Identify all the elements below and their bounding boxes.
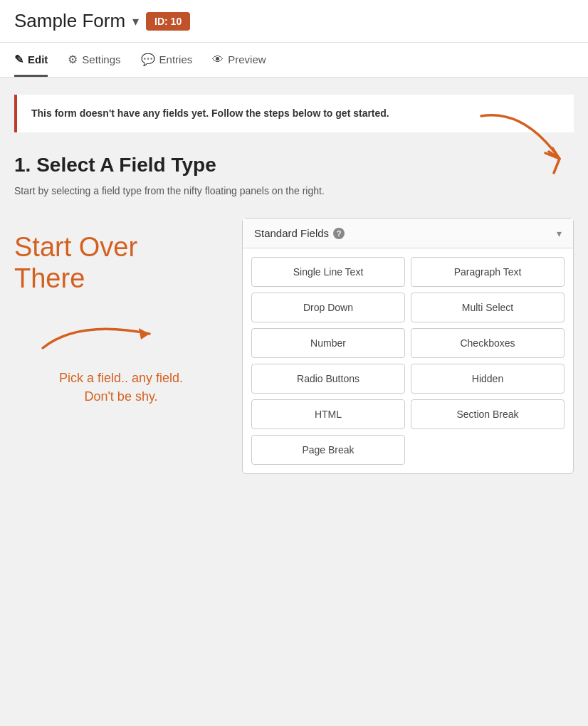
handwritten-section: Start OverThere Pick a field.. any field… bbox=[14, 218, 228, 406]
field-btn-number[interactable]: Number bbox=[251, 328, 405, 358]
field-btn-drop-down[interactable]: Drop Down bbox=[251, 293, 405, 322]
tab-edit-label: Edit bbox=[28, 53, 48, 65]
field-btn-html[interactable]: HTML bbox=[251, 399, 405, 429]
page-title: Sample Form bbox=[14, 10, 125, 32]
field-btn-checkboxes[interactable]: Checkboxes bbox=[411, 328, 565, 358]
handwritten-small-text: Pick a field.. any field.Don't be shy. bbox=[14, 369, 228, 405]
handwritten-big-text: Start OverThere bbox=[14, 232, 228, 294]
field-btn-paragraph-text[interactable]: Paragraph Text bbox=[411, 257, 565, 287]
alert-wrapper: This form doesn't have any fields yet. F… bbox=[14, 95, 574, 132]
field-btn-section-break[interactable]: Section Break bbox=[411, 399, 565, 429]
svg-marker-0 bbox=[139, 328, 149, 340]
settings-icon: ⚙ bbox=[68, 53, 78, 66]
entries-icon: 💬 bbox=[141, 53, 155, 66]
tab-settings[interactable]: ⚙ Settings bbox=[68, 43, 120, 77]
tab-preview-label: Preview bbox=[228, 53, 266, 65]
alert-text: This form doesn't have any fields yet. F… bbox=[31, 107, 389, 119]
start-over-arrow-icon bbox=[36, 305, 178, 362]
tab-edit[interactable]: ✎ Edit bbox=[14, 43, 48, 77]
field-btn-multi-select[interactable]: Multi Select bbox=[411, 293, 565, 322]
edit-icon: ✎ bbox=[14, 53, 23, 66]
preview-icon: 👁 bbox=[212, 53, 224, 66]
fields-grid: Single Line Text Paragraph Text Drop Dow… bbox=[243, 248, 573, 473]
tab-entries[interactable]: 💬 Entries bbox=[141, 43, 193, 77]
fields-panel-header: Standard Fields ? ▾ bbox=[243, 219, 573, 248]
fields-panel-title-text: Standard Fields bbox=[254, 227, 329, 239]
tab-settings-label: Settings bbox=[82, 53, 120, 65]
field-picker-area: Start OverThere Pick a field.. any field… bbox=[14, 218, 574, 474]
field-btn-hidden[interactable]: Hidden bbox=[411, 364, 565, 394]
fields-panel-title: Standard Fields ? bbox=[254, 227, 345, 239]
panel-chevron-icon[interactable]: ▾ bbox=[557, 228, 562, 239]
section-heading: 1. Select A Field Type bbox=[14, 154, 574, 177]
header: Sample Form ▾ ID: 10 bbox=[0, 0, 588, 43]
tab-entries-label: Entries bbox=[159, 53, 193, 65]
fields-panel: Standard Fields ? ▾ Single Line Text Par… bbox=[242, 218, 574, 474]
main-content: This form doesn't have any fields yet. F… bbox=[0, 78, 588, 491]
title-chevron-icon[interactable]: ▾ bbox=[132, 14, 139, 29]
field-btn-page-break[interactable]: Page Break bbox=[251, 435, 405, 465]
section-subtext: Start by selecting a field type from the… bbox=[14, 185, 574, 196]
help-icon[interactable]: ? bbox=[333, 228, 345, 239]
field-btn-radio-buttons[interactable]: Radio Buttons bbox=[251, 364, 405, 394]
field-btn-single-line-text[interactable]: Single Line Text bbox=[251, 257, 405, 287]
tabs-bar: ✎ Edit ⚙ Settings 💬 Entries 👁 Preview bbox=[0, 43, 588, 78]
alert-box: This form doesn't have any fields yet. F… bbox=[14, 95, 574, 132]
tab-preview[interactable]: 👁 Preview bbox=[212, 43, 266, 77]
id-badge: ID: 10 bbox=[146, 12, 190, 31]
